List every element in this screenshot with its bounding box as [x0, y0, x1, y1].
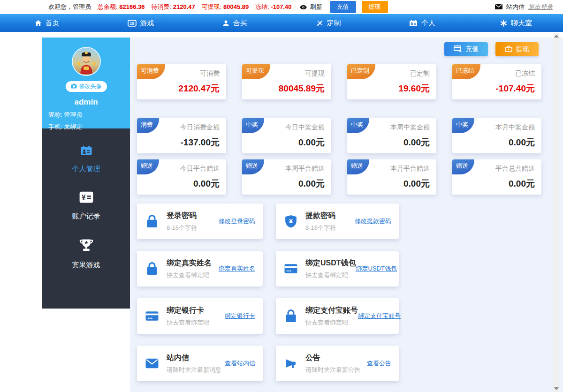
- recharge-button-top[interactable]: 充值: [330, 1, 356, 13]
- stat-badge: 中奖: [452, 118, 474, 133]
- withdraw-button-label: 提现: [516, 45, 529, 53]
- total-balance-label: 总余额:: [98, 3, 118, 10]
- change-withdraw-password-link[interactable]: 修改提款密码: [355, 217, 391, 226]
- stat-title: 本周平台赠送: [285, 165, 325, 173]
- settings-grid: 登录密码8-16个字符 修改登录密码 ¥ 提款密码8-16个字符 修改提款密码 …: [137, 204, 563, 381]
- username: admin: [42, 98, 130, 107]
- badge-18-icon: 18: [128, 20, 137, 27]
- stat-value: 80045.89元: [279, 83, 325, 95]
- view-site-mail-link[interactable]: 查看站内信: [225, 359, 255, 368]
- nav-item-label: 个人: [421, 19, 435, 28]
- card-login-password: 登录密码8-16个字符 修改登录密码: [137, 204, 263, 239]
- camera-icon: [71, 83, 77, 90]
- stat-value: -107.40元: [496, 83, 535, 95]
- setting-text: 登录密码8-16个字符: [167, 211, 197, 232]
- stat-title: 可提现: [305, 69, 325, 78]
- nav-item-personal[interactable]: 个人: [375, 14, 469, 32]
- change-avatar-button[interactable]: 修改头像: [66, 81, 107, 92]
- stat-title: 今日中奖金额: [285, 123, 325, 132]
- stat-value: 0.00元: [298, 178, 325, 190]
- card-icon: [145, 311, 160, 321]
- refresh-button[interactable]: 刷新: [310, 3, 322, 11]
- setting-title: 绑定银行卡: [167, 306, 209, 316]
- setting-text: 站内信请随时关注最新消息: [167, 353, 221, 374]
- nav-item-label: 游戏: [140, 19, 154, 28]
- stat-value: 0.00元: [509, 178, 535, 190]
- profile-panel: 修改头像 admin 昵称: 管理员 手机: 未绑定: [42, 38, 130, 128]
- stat-badge: 赠送: [137, 159, 159, 174]
- recharge-button[interactable]: 充值: [444, 42, 488, 56]
- yen-card-icon: ¥: [79, 196, 93, 204]
- setting-text: 公告请随时关注最新公告: [305, 353, 360, 374]
- nav-item-games[interactable]: 18 游戏: [94, 14, 188, 32]
- sidebar-item-account-records[interactable]: ¥ 账户记录: [42, 185, 130, 232]
- sidebar: 修改头像 admin 昵称: 管理员 手机: 未绑定 个人管理 ¥ 账户记录 宾…: [42, 38, 130, 309]
- topbar: 欢迎您，管理员 总余额: 82166.36 待消费: 2120.47 可提现: …: [0, 0, 563, 14]
- stat-value: 0.00元: [193, 178, 220, 190]
- stat-card-spendable: 可消费 可消费 2120.47元: [137, 64, 226, 99]
- setting-title: 登录密码: [167, 211, 197, 221]
- scroll-down-arrow[interactable]: [554, 387, 559, 390]
- svg-text:¥: ¥: [82, 194, 86, 202]
- logout-link[interactable]: 退出登录: [528, 3, 553, 11]
- setting-title: 绑定支付宝账号: [305, 306, 358, 316]
- setting-title: 绑定真实姓名: [167, 258, 212, 268]
- change-avatar-label: 修改头像: [79, 83, 102, 90]
- stat-badge: 中奖: [347, 118, 369, 133]
- pencil-icon: [316, 20, 323, 27]
- bind-usdt-wallet-link[interactable]: 绑定USDT钱包: [356, 264, 397, 273]
- svg-text:18: 18: [129, 21, 134, 25]
- setting-text: 绑定银行卡快去查看绑定吧: [167, 306, 209, 327]
- bind-bank-card-link[interactable]: 绑定银行卡: [225, 312, 255, 320]
- withdraw-button-top[interactable]: 提现: [362, 1, 388, 13]
- nickname-line: 昵称: 管理员: [42, 111, 130, 119]
- stat-row-gifts: 赠送 今日平台赠送 0.00元 赠送 本周平台赠送 0.00元 赠送 本月平台赠…: [137, 159, 563, 195]
- setting-subtitle: 请随时关注最新公告: [305, 366, 360, 374]
- setting-subtitle: 8-16个字符: [305, 224, 336, 232]
- mail-icon: [495, 4, 502, 11]
- sidebar-item-bingo-games[interactable]: 宾果游戏: [42, 232, 130, 281]
- change-login-password-link[interactable]: 修改登录密码: [219, 217, 255, 226]
- setting-subtitle: 8-16个字符: [167, 224, 197, 232]
- stat-title: 已冻结: [515, 69, 535, 78]
- stat-value: 2120.47元: [178, 83, 220, 95]
- trophy-icon: [79, 245, 93, 253]
- stat-card-today-consume: 消费 今日消费金额 -137.00元: [137, 118, 226, 153]
- stat-badge: 已定制: [347, 64, 375, 79]
- stat-card-customized: 已定制 已定制 19.60元: [347, 64, 436, 99]
- stat-title: 今日消费金额: [180, 123, 220, 132]
- sidebar-item-label: 宾果游戏: [42, 261, 130, 270]
- avatar[interactable]: [73, 48, 100, 75]
- withdrawable-value: 80045.89: [223, 3, 249, 10]
- sidebar-item-personal-management[interactable]: 个人管理: [42, 138, 130, 185]
- stat-card-today-win: 中奖 今日中奖金额 0.00元: [242, 118, 331, 153]
- stat-title: 今日平台赠送: [180, 165, 220, 173]
- frozen-label: 冻结:: [255, 3, 269, 10]
- bind-alipay-link[interactable]: 绑定支付宝账号: [358, 312, 401, 320]
- stat-title: 可消费: [200, 69, 220, 78]
- withdraw-button[interactable]: 提现: [495, 42, 539, 56]
- nav-item-group-buy[interactable]: 合买: [188, 14, 282, 32]
- site-mail-link[interactable]: 站内信: [506, 3, 525, 11]
- nav-item-chatroom[interactable]: 聊天室: [469, 14, 563, 32]
- frozen-value: -107.40: [271, 3, 291, 10]
- view-announcement-link[interactable]: 查看公告: [367, 359, 391, 368]
- stat-value: 0.00元: [403, 136, 430, 149]
- stat-value: 0.00元: [298, 136, 325, 149]
- welcome-text: 欢迎您，管理员: [48, 3, 91, 11]
- stat-badge: 赠送: [347, 159, 369, 174]
- pending-consume: 待消费: 2120.47: [151, 3, 195, 11]
- scroll-up-arrow[interactable]: [554, 35, 559, 38]
- card-icon: [283, 264, 298, 274]
- vertical-scrollbar[interactable]: [554, 33, 559, 392]
- setting-subtitle: 快去查看绑定吧: [305, 271, 356, 279]
- eye-icon[interactable]: [299, 5, 307, 10]
- nav-item-home[interactable]: 首页: [0, 14, 94, 32]
- nav-item-custom[interactable]: 定制: [282, 14, 375, 32]
- setting-title: 站内信: [167, 353, 221, 363]
- bind-real-name-link[interactable]: 绑定真实姓名: [219, 264, 255, 273]
- idcard-icon: [409, 19, 418, 27]
- total-balance: 总余额: 82166.36: [98, 3, 145, 11]
- card-site-mail: 站内信请随时关注最新消息 查看站内信: [137, 346, 263, 381]
- setting-subtitle: 请随时关注最新消息: [167, 366, 221, 374]
